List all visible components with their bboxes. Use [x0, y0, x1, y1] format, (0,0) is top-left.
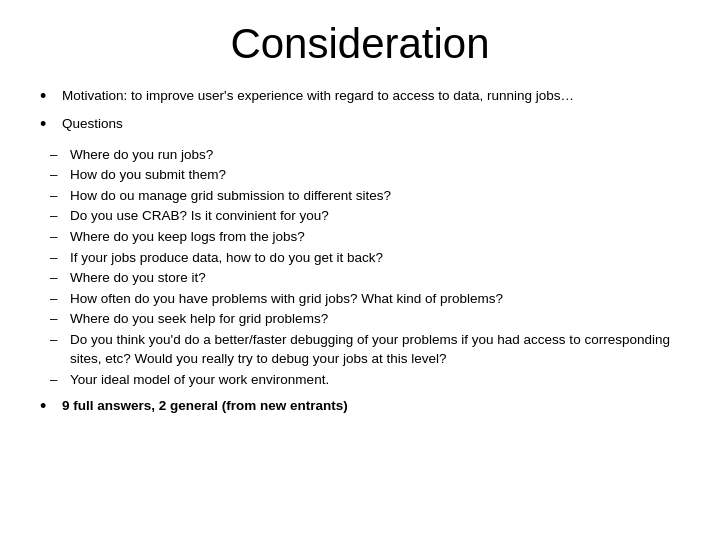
bullet-dot-2: • — [40, 113, 56, 136]
sub-item-7: – Where do you store it? — [50, 268, 680, 288]
sub-text-7: Where do you store it? — [70, 268, 680, 288]
sub-item-10: – Do you think you'd do a better/faster … — [50, 330, 680, 369]
sub-text-4: Do you use CRAB? Is it convinient for yo… — [70, 206, 680, 226]
sub-item-6: – If your jobs produce data, how to do y… — [50, 248, 680, 268]
sub-item-1: – Where do you run jobs? — [50, 145, 680, 165]
summary-text: 9 full answers, 2 general (from new entr… — [62, 396, 680, 416]
sub-text-3: How do ou manage grid submission to diff… — [70, 186, 680, 206]
sub-item-11: – Your ideal model of your work environm… — [50, 370, 680, 390]
sub-item-4: – Do you use CRAB? Is it convinient for … — [50, 206, 680, 226]
sub-text-2: How do you submit them? — [70, 165, 680, 185]
sub-text-5: Where do you keep logs from the jobs? — [70, 227, 680, 247]
dash-10: – — [50, 330, 64, 369]
dash-8: – — [50, 289, 64, 309]
sub-item-3: – How do ou manage grid submission to di… — [50, 186, 680, 206]
dash-9: – — [50, 309, 64, 329]
sub-text-6: If your jobs produce data, how to do you… — [70, 248, 680, 268]
dash-1: – — [50, 145, 64, 165]
bullet-dot-3: • — [40, 395, 56, 418]
sub-text-9: Where do you seek help for grid problems… — [70, 309, 680, 329]
sub-item-5: – Where do you keep logs from the jobs? — [50, 227, 680, 247]
dash-6: – — [50, 248, 64, 268]
sub-item-9: – Where do you seek help for grid proble… — [50, 309, 680, 329]
bullet-summary: • 9 full answers, 2 general (from new en… — [40, 396, 680, 418]
page-title: Consideration — [40, 20, 680, 68]
dash-3: – — [50, 186, 64, 206]
bullet-dot-1: • — [40, 85, 56, 108]
dash-11: – — [50, 370, 64, 390]
bullet-motivation: • Motivation: to improve user's experien… — [40, 86, 680, 108]
bullet-questions: • Questions – Where do you run jobs? – H… — [40, 114, 680, 389]
dash-7: – — [50, 268, 64, 288]
questions-label: Questions — [62, 114, 123, 136]
dash-2: – — [50, 165, 64, 185]
page-container: Consideration • Motivation: to improve u… — [0, 0, 720, 540]
sub-item-8: – How often do you have problems with gr… — [50, 289, 680, 309]
sub-text-11: Your ideal model of your work environmen… — [70, 370, 680, 390]
sub-text-10: Do you think you'd do a better/faster de… — [70, 330, 680, 369]
sub-text-8: How often do you have problems with grid… — [70, 289, 680, 309]
sub-text-1: Where do you run jobs? — [70, 145, 680, 165]
motivation-text: Motivation: to improve user's experience… — [62, 86, 680, 106]
dash-5: – — [50, 227, 64, 247]
content-area: • Motivation: to improve user's experien… — [40, 86, 680, 420]
sub-item-2: – How do you submit them? — [50, 165, 680, 185]
sub-list: – Where do you run jobs? – How do you su… — [50, 145, 680, 390]
dash-4: – — [50, 206, 64, 226]
